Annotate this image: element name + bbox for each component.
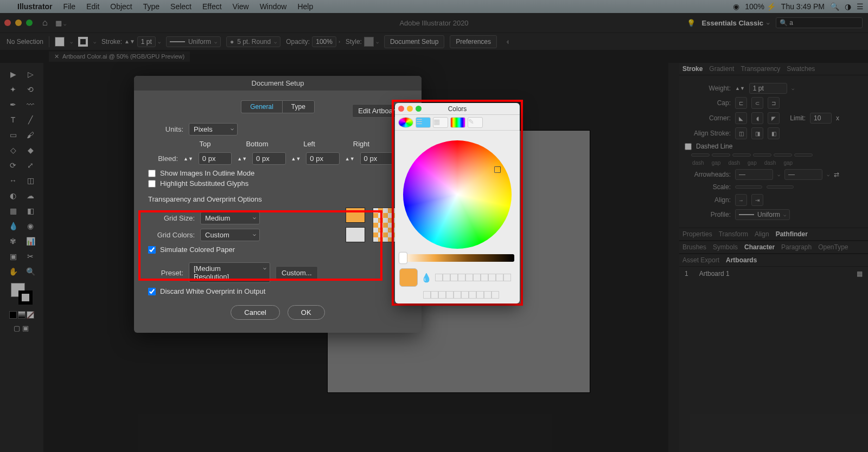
- siri-icon[interactable]: ◑: [845, 2, 851, 11]
- zoom-tool[interactable]: 🔍: [23, 264, 38, 279]
- width-tool[interactable]: ↔: [5, 173, 21, 188]
- menu-view[interactable]: View: [227, 2, 254, 11]
- arrow-end[interactable]: —: [784, 169, 822, 180]
- hand-tool[interactable]: ✋: [5, 264, 21, 279]
- ok-button[interactable]: OK: [288, 305, 325, 320]
- dash-input[interactable]: [691, 153, 710, 157]
- arrange-docs-icon[interactable]: ▦ ⌵: [55, 19, 67, 27]
- selection-tool[interactable]: ▶: [5, 67, 21, 81]
- free-transform-tool[interactable]: ◫: [23, 173, 38, 188]
- tab-artboards[interactable]: Artboards: [726, 256, 757, 264]
- fill-swatch[interactable]: [55, 37, 65, 47]
- artboard-list-item[interactable]: 1 Artboard 1 ▦: [679, 267, 868, 281]
- direct-selection-tool[interactable]: ▷: [23, 67, 38, 81]
- grid-color-1-swatch[interactable]: [346, 208, 365, 223]
- tab-character[interactable]: Character: [744, 243, 775, 251]
- brush-tool[interactable]: 🖌: [23, 128, 38, 142]
- brush-dropdown[interactable]: ●5 pt. Round⌵: [226, 36, 280, 47]
- menu-type[interactable]: Type: [138, 2, 165, 11]
- color-mode-switches[interactable]: [0, 311, 43, 319]
- menu-effect[interactable]: Effect: [197, 2, 227, 11]
- dash-input[interactable]: [732, 153, 751, 157]
- units-dropdown[interactable]: Pixels: [189, 123, 238, 135]
- profile-dropdown[interactable]: Uniform⌵: [735, 209, 790, 220]
- corner-bevel[interactable]: ◤: [768, 112, 780, 124]
- tab-transform[interactable]: Transform: [719, 230, 748, 238]
- brightness-slider[interactable]: [400, 254, 514, 262]
- tab-properties[interactable]: Properties: [682, 230, 712, 238]
- tab-asset-export[interactable]: Asset Export: [682, 256, 719, 264]
- custom-preset-button[interactable]: Custom...: [276, 266, 318, 280]
- magic-wand-tool[interactable]: ✦: [5, 82, 21, 96]
- eyedropper-icon[interactable]: 💧: [421, 273, 432, 283]
- graph-tool[interactable]: 📊: [23, 234, 38, 248]
- cap-projecting[interactable]: ⊐: [768, 97, 780, 109]
- color-wheel[interactable]: [403, 140, 512, 249]
- close-icon[interactable]: [4, 20, 11, 26]
- align-inside[interactable]: ◨: [751, 127, 763, 139]
- tab-pathfinder[interactable]: Pathfinder: [776, 230, 808, 238]
- discard-white-checkbox[interactable]: [148, 288, 156, 295]
- symbol-sprayer-tool[interactable]: ✾: [5, 234, 21, 248]
- scale-tool[interactable]: ⤢: [23, 158, 38, 172]
- bleed-top-input[interactable]: 0 px: [199, 152, 232, 165]
- sliders-mode-icon[interactable]: ☰: [416, 117, 431, 128]
- document-setup-button[interactable]: Document Setup: [384, 35, 444, 48]
- close-tab-icon[interactable]: ✕: [54, 53, 59, 60]
- tab-symbols[interactable]: Symbols: [713, 243, 738, 251]
- spectrum-mode-icon[interactable]: [450, 117, 465, 128]
- simulate-paper-checkbox[interactable]: [148, 246, 156, 254]
- align-outside[interactable]: ◧: [768, 127, 780, 139]
- tab-paragraph[interactable]: Paragraph: [781, 243, 812, 251]
- search-input[interactable]: 🔍 a: [776, 17, 863, 28]
- artboard-tool[interactable]: ▣: [5, 249, 21, 263]
- shape-builder-tool[interactable]: ◐: [5, 189, 21, 203]
- arrow-scale-end[interactable]: [767, 185, 794, 189]
- grid-color-2-swatch[interactable]: [346, 227, 365, 242]
- cancel-button[interactable]: Cancel: [231, 305, 279, 320]
- menu-edit[interactable]: Edit: [81, 2, 105, 11]
- minimize-icon[interactable]: [407, 106, 413, 112]
- wheel-mode-icon[interactable]: [398, 117, 413, 128]
- tab-align[interactable]: Align: [755, 230, 769, 238]
- minimize-icon[interactable]: [15, 20, 22, 26]
- fill-stroke-control[interactable]: [11, 283, 33, 305]
- gap-input[interactable]: [753, 153, 771, 157]
- colors-window-controls[interactable]: [398, 106, 422, 112]
- menu-select[interactable]: Select: [165, 2, 197, 11]
- menu-help[interactable]: Help: [292, 2, 318, 11]
- type-tool[interactable]: T: [5, 113, 21, 127]
- grid-size-dropdown[interactable]: Medium: [200, 212, 260, 224]
- slice-tool[interactable]: ✂: [23, 249, 38, 263]
- tab-transparency[interactable]: Transparency: [741, 65, 780, 73]
- gradient-tool[interactable]: ◧: [23, 204, 38, 218]
- discover-icon[interactable]: 💡: [687, 19, 695, 27]
- swap-arrows-icon[interactable]: ⇄: [834, 171, 839, 178]
- close-icon[interactable]: [398, 106, 404, 112]
- dashed-line-checkbox[interactable]: [685, 143, 692, 150]
- cap-butt[interactable]: ⊏: [735, 97, 747, 109]
- recent-colors[interactable]: [435, 274, 511, 281]
- maximize-icon[interactable]: [416, 106, 422, 112]
- cap-round[interactable]: ⊂: [751, 97, 763, 109]
- eraser-tool[interactable]: ◆: [23, 143, 38, 157]
- opacity-input[interactable]: 100%: [312, 36, 336, 47]
- menu-window[interactable]: Window: [254, 2, 292, 11]
- tab-gradient[interactable]: Gradient: [709, 65, 734, 73]
- perspective-tool[interactable]: ☁: [23, 189, 38, 203]
- bleed-left-input[interactable]: 0 px: [306, 152, 339, 165]
- tab-swatches[interactable]: Swatches: [787, 65, 815, 73]
- eyedropper-tool[interactable]: 💧: [5, 219, 21, 233]
- maximize-icon[interactable]: [26, 20, 33, 26]
- right-dock[interactable]: [668, 63, 679, 452]
- arrow-start[interactable]: —: [735, 169, 773, 180]
- show-images-checkbox[interactable]: [148, 170, 156, 177]
- grid-colors-dropdown[interactable]: Custom: [200, 229, 260, 241]
- recent-colors-row2[interactable]: [423, 291, 499, 299]
- arrow-align-end[interactable]: ⇥: [751, 194, 763, 206]
- selected-color-swatch[interactable]: [399, 268, 418, 287]
- weight-input[interactable]: 1 pt: [749, 83, 787, 94]
- pen-tool[interactable]: ✒: [5, 98, 21, 112]
- spotlight-icon[interactable]: 🔍: [830, 2, 839, 11]
- artboard-options-icon[interactable]: ▦: [857, 270, 863, 277]
